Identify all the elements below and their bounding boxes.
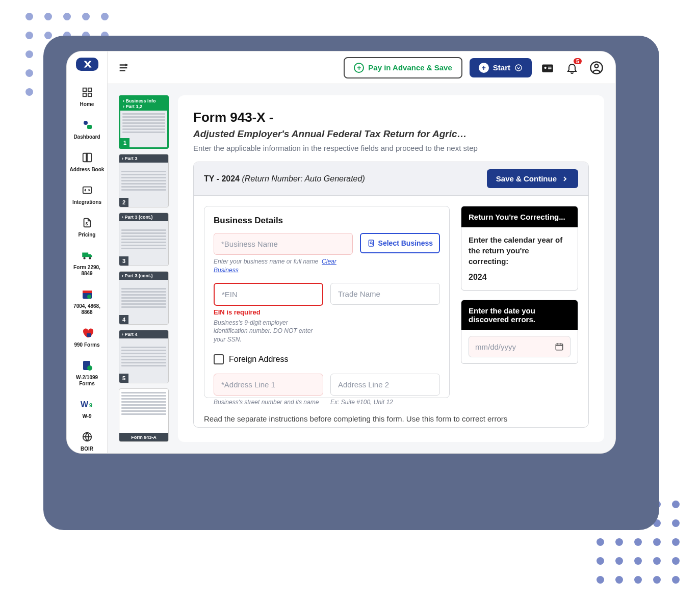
pricing-icon: $: [80, 216, 94, 230]
foreign-address-checkbox[interactable]: [214, 354, 224, 364]
pay-label: Pay in Advance & Save: [368, 63, 452, 72]
thumb-page-2[interactable]: › Part 3 2: [119, 154, 169, 207]
nav-label: Form 2290, 8849: [68, 265, 106, 277]
nav-item-w2-1099[interactable]: W-2/1099 Forms: [67, 353, 107, 392]
nav-item-pricing[interactable]: $ Pricing: [67, 211, 107, 243]
svg-text:9: 9: [89, 402, 92, 408]
nav-item-address-book[interactable]: Address Book: [67, 145, 107, 178]
form-subtitle: Adjusted Employer's Annual Federal Tax R…: [193, 128, 589, 140]
page-thumbnails: › Business Info › Part 1,2 1 › Part 3 2 …: [119, 95, 169, 442]
nav-item-form-2290[interactable]: Form 2290, 8849: [67, 243, 107, 282]
business-name-input[interactable]: [214, 233, 353, 255]
svg-point-21: [545, 66, 547, 68]
nav-item-7004[interactable]: 7004, 4868, 8868: [67, 282, 107, 321]
address-line-2-input[interactable]: [330, 374, 440, 396]
thumb-header: › Business Info › Part 1,2: [120, 97, 167, 111]
svg-rect-26: [369, 240, 373, 246]
nav-label: Pricing: [79, 232, 96, 238]
nav-label: W-9: [82, 413, 91, 419]
business-name-help: Enter your business name or full name Cl…: [214, 257, 353, 275]
correcting-body: Enter the calendar year of the return yo…: [461, 227, 578, 290]
nav-label: W-2/1099 Forms: [68, 375, 106, 387]
ein-input[interactable]: [214, 283, 323, 306]
id-card-button[interactable]: [539, 59, 556, 76]
nav-item-w9[interactable]: W9 W-9: [67, 392, 107, 425]
business-details-section: Business Details Enter your business nam…: [204, 206, 450, 398]
app-window: Home Dashboard Address Book Integrations…: [66, 51, 616, 454]
nav-item-integrations[interactable]: Integrations: [67, 178, 107, 211]
book-icon: [80, 150, 94, 165]
svg-text:W: W: [81, 400, 89, 409]
discovered-date-input[interactable]: mm/dd/yyyy: [469, 336, 571, 357]
footer-instructions: Read the separate instructions before co…: [194, 414, 588, 427]
ein-help: Business's 9-digit employer identificati…: [214, 319, 323, 344]
svg-point-25: [595, 64, 599, 68]
chevron-right-icon: [561, 175, 569, 183]
section-title: Business Details: [214, 216, 440, 226]
svg-point-19: [515, 65, 522, 71]
trade-name-input[interactable]: [330, 283, 440, 305]
dashboard-icon: [80, 118, 94, 132]
thumb-page-1[interactable]: › Business Info › Part 1,2 1: [119, 95, 169, 149]
code-icon: [80, 183, 94, 197]
nav-item-dashboard[interactable]: Dashboard: [67, 113, 107, 145]
addr2-help: Ex: Suite #100, Unit 12: [330, 398, 440, 407]
inner-card-header: TY - 2024 (Return Number: Auto Generated…: [194, 162, 588, 196]
nav-label: BOIR: [81, 446, 93, 452]
w9-icon: W9: [80, 397, 94, 411]
inner-card: TY - 2024 (Return Number: Auto Generated…: [193, 162, 589, 428]
nav-label: 990 Forms: [74, 342, 99, 348]
nav-label: Dashboard: [73, 134, 100, 140]
svg-rect-20: [542, 64, 553, 72]
form-title: Form 943-X -: [193, 110, 589, 125]
thumb-page-6[interactable]: Form 943-A: [119, 388, 169, 442]
svg-point-8: [83, 257, 85, 259]
calendar-icon: [80, 287, 94, 301]
correcting-year: 2024: [469, 272, 571, 283]
svg-rect-23: [548, 68, 552, 69]
nav-rail: Home Dashboard Address Book Integrations…: [67, 51, 108, 453]
nav-label: Integrations: [72, 199, 101, 205]
nav-label: 7004, 4868, 8868: [68, 303, 106, 316]
svg-text:$: $: [85, 222, 88, 226]
form-hint: Enter the applicable information in the …: [193, 144, 589, 152]
nav-item-990[interactable]: 990 Forms: [67, 321, 107, 353]
start-label: Start: [493, 63, 510, 72]
svg-rect-3: [88, 93, 91, 96]
main-area: + Pay in Advance & Save + Start 5: [108, 51, 615, 453]
nav-label: Home: [80, 101, 94, 108]
document-icon: [80, 358, 94, 373]
menu-toggle-button[interactable]: [118, 62, 129, 73]
select-business-button[interactable]: Select Business: [360, 233, 440, 253]
app-logo[interactable]: [76, 58, 98, 71]
svg-rect-13: [87, 333, 91, 337]
profile-button[interactable]: [588, 59, 605, 76]
pay-advance-button[interactable]: + Pay in Advance & Save: [344, 57, 462, 78]
notifications-button[interactable]: 5: [563, 59, 581, 76]
svg-rect-1: [88, 88, 91, 91]
start-button[interactable]: + Start: [470, 58, 532, 77]
ein-error: EIN is required: [214, 308, 323, 316]
calendar-icon: [555, 342, 564, 351]
discovered-head: Enter the date you discovered errors.: [461, 300, 578, 330]
svg-rect-0: [83, 88, 86, 91]
svg-point-15: [87, 365, 92, 371]
svg-rect-11: [83, 291, 92, 293]
nav-item-boir[interactable]: BOIR: [67, 425, 107, 453]
search-doc-icon: [367, 239, 375, 247]
svg-rect-5: [87, 125, 92, 129]
globe-icon: [80, 430, 94, 444]
thumb-page-3[interactable]: › Part 3 (cont.) 3: [119, 213, 169, 266]
right-column: Return You're Correcting... Enter the ca…: [461, 206, 578, 398]
chevron-down-icon: [514, 64, 523, 72]
user-icon: [589, 61, 604, 75]
thumb-page-4[interactable]: › Part 3 (cont.) 4: [119, 271, 169, 325]
form-panel: Form 943-X - Adjusted Employer's Annual …: [178, 95, 604, 442]
address-line-1-input[interactable]: [214, 374, 323, 396]
nav-item-home[interactable]: Home: [67, 80, 107, 113]
thumb-page-5[interactable]: › Part 4 5: [119, 330, 169, 383]
content-area: › Business Info › Part 1,2 1 › Part 3 2 …: [108, 84, 615, 453]
svg-rect-2: [83, 93, 86, 96]
notification-badge: 5: [574, 58, 582, 64]
save-continue-button[interactable]: Save & Continue: [487, 169, 578, 188]
